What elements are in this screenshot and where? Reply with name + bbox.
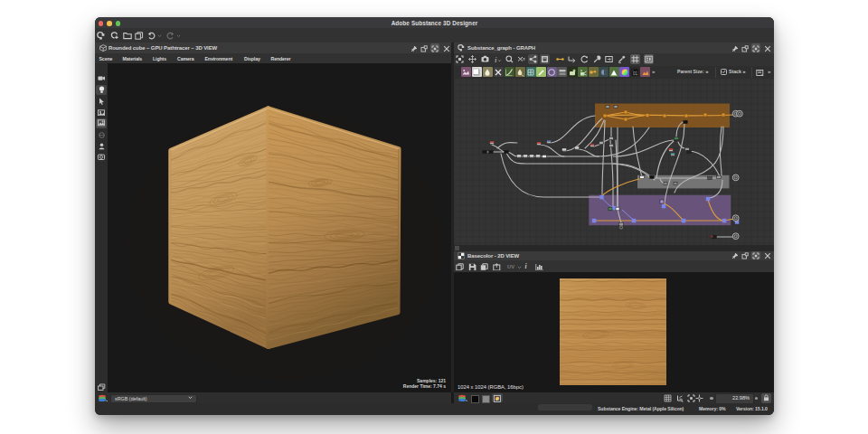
svg-text:01: 01: [633, 71, 638, 76]
svg-text:i: i: [495, 55, 497, 63]
svg-text:s: s: [681, 399, 683, 402]
